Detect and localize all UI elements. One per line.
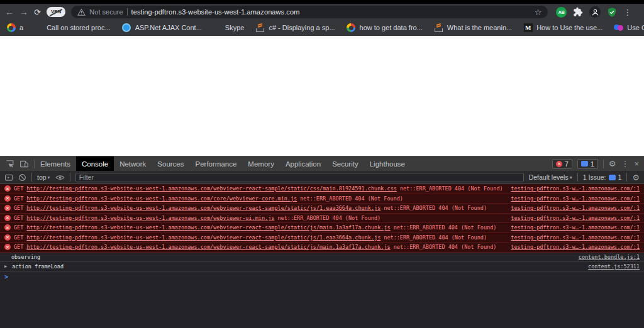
extensions-area: AB ⋮: [556, 6, 631, 18]
console-filter-input[interactable]: [75, 173, 524, 182]
bookmark-item[interactable]: M How to Use the use...: [523, 23, 602, 33]
request-method: GET: [14, 244, 23, 250]
source-link[interactable]: testing-pdftron.s3-w…-1.amazonaws.com/:1: [511, 224, 640, 231]
bookmark-item[interactable]: ASP.Net AJAX Cont...: [122, 23, 202, 33]
reload-icon[interactable]: ⟳: [34, 8, 41, 16]
console-sidebar-icon[interactable]: [4, 173, 13, 182]
tab-network[interactable]: Network: [114, 156, 152, 171]
error-count-badge[interactable]: ✕ 7: [552, 159, 572, 169]
request-method: GET: [14, 234, 23, 241]
bookmark-item[interactable]: Call on stored proc...: [35, 24, 111, 32]
browser-menu-icon[interactable]: ⋮: [623, 8, 631, 17]
devtools-close-icon[interactable]: ×: [634, 159, 639, 168]
live-expression-eye-icon[interactable]: [55, 174, 65, 181]
shield-check-extension-icon[interactable]: [607, 7, 617, 18]
error-message: net::ERR_ABORTED 404 (Not Found): [384, 205, 487, 211]
url-separator: [127, 8, 128, 16]
bookmark-item[interactable]: What is the meanin...: [434, 23, 512, 33]
error-icon: ✕: [4, 244, 11, 250]
bookmark-item[interactable]: how to get data fro...: [347, 23, 423, 33]
issues-counter[interactable]: 1 Issue: 1: [583, 173, 622, 181]
vpn-extension-icon[interactable]: VPN: [47, 7, 65, 17]
source-link[interactable]: testing-pdftron.s3-w…-1.amazonaws.com/:1: [511, 215, 640, 221]
message-count-badge[interactable]: 1: [577, 159, 598, 169]
console-error-row: ✕ GET http://testing-pdftron.s3-website-…: [0, 223, 644, 233]
error-message: net::ERR_ABORTED 404 (Not Found): [400, 185, 503, 192]
request-url-link[interactable]: http://testing-pdftron.s3-website-us-wes…: [26, 224, 390, 231]
source-link[interactable]: content.bundle.js:1: [579, 254, 640, 260]
back-icon[interactable]: ←: [5, 8, 14, 16]
request-url-link[interactable]: http://testing-pdftron.s3-website-us-wes…: [26, 215, 274, 221]
react-context-icon: [614, 23, 623, 33]
chevron-down-icon: ▾: [48, 175, 50, 180]
url-text[interactable]: testing-pdftron.s3-website-us-west-1.ama…: [131, 8, 300, 16]
source-link[interactable]: testing-pdftron.s3-w…-1.amazonaws.com/:1: [511, 205, 640, 211]
error-message: net::ERR_ABORTED 404 (Not Found): [394, 224, 497, 231]
clear-console-icon[interactable]: [18, 173, 26, 182]
console-settings-icon[interactable]: ⚙: [632, 173, 640, 182]
bookmark-label: c# - Displaying a sp...: [269, 24, 335, 31]
request-url-link[interactable]: http://testing-pdftron.s3-website-us-wes…: [26, 185, 397, 192]
warning-icon: [77, 9, 86, 16]
tab-memory[interactable]: Memory: [242, 156, 280, 171]
context-selector[interactable]: top ▾: [37, 173, 50, 181]
bookmark-label: Skype: [225, 24, 245, 31]
error-icon: ✕: [4, 205, 11, 211]
tab-console[interactable]: Console: [76, 156, 114, 171]
message-count: 1: [591, 160, 594, 168]
bookmark-item[interactable]: c# - Displaying a sp...: [255, 23, 335, 33]
devtools-menu-icon[interactable]: ⋮: [621, 159, 629, 168]
console-log-area: ✕ GET http://testing-pdftron.s3-website-…: [0, 184, 644, 328]
log-levels-label: Default levels: [529, 173, 569, 181]
request-url-link[interactable]: http://testing-pdftron.s3-website-us-wes…: [26, 244, 390, 250]
request-method: GET: [14, 205, 23, 211]
profile-avatar-icon[interactable]: [589, 6, 601, 18]
tab-application[interactable]: Application: [280, 156, 326, 171]
tab-lighthouse[interactable]: Lighthouse: [364, 156, 411, 171]
tab-performance[interactable]: Performance: [190, 156, 243, 171]
toolbar-separator: [70, 173, 70, 182]
source-link[interactable]: testing-pdftron.s3-w…-1.amazonaws.com/:1: [511, 195, 640, 202]
console-error-row: ✕ GET http://testing-pdftron.s3-website-…: [0, 194, 644, 204]
microsoft-icon: [213, 24, 221, 32]
bookmark-item[interactable]: a: [6, 23, 23, 33]
source-link[interactable]: testing-pdftron.s3-w…-1.amazonaws.com/:1: [511, 244, 640, 250]
devtools-settings-icon[interactable]: ⚙: [609, 159, 616, 168]
log-levels-selector[interactable]: Default levels ▾: [529, 173, 572, 181]
stackoverflow-icon: [255, 23, 265, 33]
log-text: action frameLoad: [12, 263, 64, 270]
adblock-extension-icon[interactable]: AB: [556, 7, 567, 18]
address-bar[interactable]: Not secure testing-pdftron.s3-website-us…: [71, 6, 548, 18]
disclosure-triangle-icon[interactable]: ▶: [4, 264, 7, 269]
bookmark-item[interactable]: Skype: [213, 24, 245, 32]
request-url-link[interactable]: http://testing-pdftron.s3-website-us-wes…: [26, 234, 380, 241]
tab-elements[interactable]: Elements: [35, 156, 76, 171]
console-error-row: ✕ GET http://testing-pdftron.s3-website-…: [0, 184, 644, 194]
error-icon: ✕: [4, 215, 11, 221]
console-prompt[interactable]: >: [0, 272, 644, 282]
bookmark-star-icon[interactable]: ☆: [535, 8, 542, 17]
request-method: GET: [14, 215, 23, 221]
error-icon: ✕: [4, 195, 11, 202]
forward-icon[interactable]: →: [19, 8, 28, 16]
request-url-link[interactable]: http://testing-pdftron.s3-website-us-wes…: [26, 205, 380, 211]
bookmark-label: What is the meanin...: [447, 24, 512, 31]
prompt-chevron-icon: >: [4, 273, 8, 280]
bookmark-item[interactable]: Use Context to Pass...: [614, 23, 644, 33]
error-message: net::ERR_ABORTED 404 (Not Found): [300, 195, 403, 202]
console-log-row: observing content.bundle.js:1: [0, 253, 644, 263]
source-link[interactable]: testing-pdftron.s3-w…-1.amazonaws.com/:1: [511, 234, 640, 241]
inspect-element-icon[interactable]: [5, 160, 14, 168]
security-label[interactable]: Not secure: [89, 8, 123, 16]
tab-security[interactable]: Security: [326, 156, 364, 171]
chevron-down-icon: ▾: [570, 175, 572, 180]
source-link[interactable]: content.js:52311: [588, 263, 640, 270]
source-link[interactable]: testing-pdftron.s3-w…-1.amazonaws.com/:1: [511, 185, 640, 192]
tab-sources[interactable]: Sources: [152, 156, 189, 171]
error-message: net::ERR_ABORTED 404 (Not Found): [394, 244, 497, 250]
extensions-puzzle-icon[interactable]: [573, 7, 583, 17]
log-text: observing: [11, 254, 40, 260]
request-url-link[interactable]: http://testing-pdftron.s3-website-us-wes…: [26, 195, 297, 202]
device-toolbar-icon[interactable]: [19, 160, 29, 168]
error-count: 7: [565, 160, 569, 168]
